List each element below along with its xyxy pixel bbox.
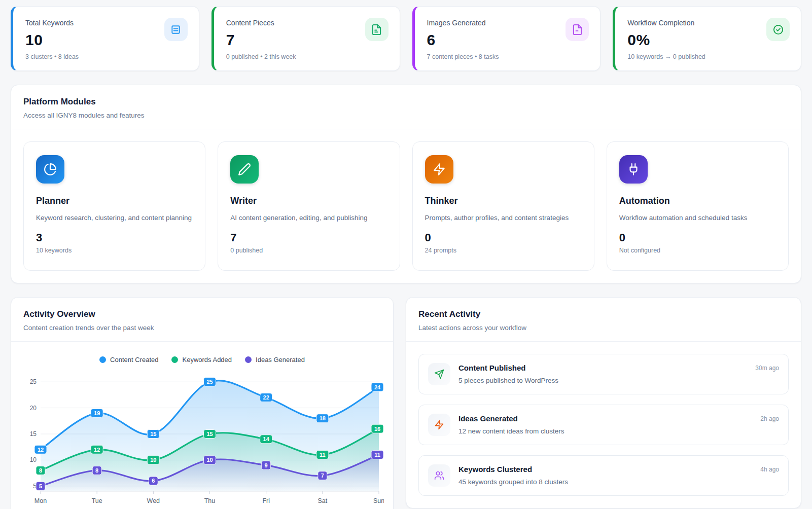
legend-label: Content Created	[110, 356, 158, 363]
svg-text:12: 12	[94, 447, 100, 453]
legend-dot	[171, 356, 178, 363]
stat-value: 0%	[627, 31, 788, 49]
module-value: 3	[36, 231, 193, 244]
activity-timestamp: 2h ago	[760, 414, 779, 422]
stat-label: Content Pieces	[226, 19, 386, 27]
svg-text:15: 15	[150, 431, 156, 437]
pencil-icon	[230, 155, 259, 184]
svg-text:20: 20	[30, 405, 37, 412]
svg-text:Thu: Thu	[204, 497, 216, 504]
stat-subtext: 0 published • 2 this week	[226, 53, 386, 60]
svg-text:18: 18	[320, 415, 326, 421]
activity-line-chart: 510152025MonTueWedThuFriSatSun1219152522…	[21, 369, 384, 508]
dashboard-page: Total Keywords 10 3 clusters • 8 ideas C…	[0, 0, 812, 509]
stat-label: Workflow Completion	[627, 19, 788, 27]
send-icon	[428, 363, 450, 385]
stat-card-content-pieces: Content Pieces 7 0 published • 2 this we…	[211, 6, 400, 71]
chart-legend: Content Created Keywords Added Ideas Gen…	[21, 356, 383, 363]
activity-item-keywords-clustered: Keywords Clustered 45 keywords grouped i…	[418, 455, 789, 496]
module-description: AI content generation, editing, and publ…	[230, 213, 387, 224]
svg-text:Wed: Wed	[147, 497, 160, 504]
svg-text:14: 14	[263, 436, 270, 442]
module-subtext: 0 published	[230, 247, 387, 254]
module-card-automation[interactable]: Automation Workflow automation and sched…	[607, 141, 789, 271]
activity-description: 12 new content ideas from clusters	[458, 427, 752, 435]
svg-text:7: 7	[321, 472, 324, 479]
legend-dot	[99, 356, 106, 363]
stat-subtext: 10 keywords → 0 published	[627, 53, 788, 60]
module-description: Workflow automation and scheduled tasks	[619, 213, 776, 224]
activity-timestamp: 30m ago	[755, 363, 779, 372]
svg-text:Fri: Fri	[262, 497, 270, 504]
panel-subtitle: Access all IGNY8 modules and features	[23, 112, 789, 119]
stat-value: 7	[226, 31, 386, 49]
module-name: Planner	[36, 196, 193, 206]
check-circle-icon	[766, 18, 790, 41]
stat-card-workflow-completion: Workflow Completion 0% 10 keywords → 0 p…	[613, 6, 801, 71]
activity-overview-panel: Activity Overview Content creation trend…	[11, 297, 394, 509]
svg-text:16: 16	[374, 426, 380, 432]
svg-text:6: 6	[152, 478, 155, 484]
activity-overview-header: Activity Overview Content creation trend…	[11, 298, 393, 342]
module-subtext: 24 prompts	[425, 247, 582, 254]
module-card-thinker[interactable]: Thinker Prompts, author profiles, and co…	[412, 141, 594, 271]
recent-activity-header: Recent Activity Latest actions across yo…	[406, 298, 801, 342]
module-name: Automation	[619, 196, 776, 206]
panel-title: Platform Modules	[23, 97, 789, 107]
stat-value: 10	[25, 31, 186, 49]
bottom-row: Activity Overview Content creation trend…	[11, 297, 801, 509]
module-subtext: Not configured	[619, 247, 776, 254]
users-icon	[428, 464, 450, 487]
stat-subtext: 7 content pieces • 8 tasks	[427, 53, 587, 60]
svg-text:25: 25	[206, 379, 213, 385]
legend-label: Ideas Generated	[256, 356, 305, 363]
stat-value: 6	[427, 31, 587, 49]
activity-description: 45 keywords grouped into 8 clusters	[458, 478, 752, 486]
activity-title: Keywords Clustered	[458, 465, 752, 474]
stat-card-total-keywords: Total Keywords 10 3 clusters • 8 ideas	[11, 6, 199, 71]
stat-label: Images Generated	[427, 19, 587, 27]
svg-text:25: 25	[30, 378, 37, 385]
pie-chart-icon	[36, 155, 64, 184]
module-card-writer[interactable]: Writer AI content generation, editing, a…	[218, 141, 400, 271]
platform-modules-panel: Platform Modules Access all IGNY8 module…	[11, 85, 801, 283]
legend-label: Keywords Added	[182, 356, 232, 363]
svg-text:22: 22	[263, 394, 269, 401]
module-value: 7	[230, 231, 387, 244]
modules-grid: Planner Keyword research, clustering, an…	[11, 129, 801, 283]
activity-item-ideas-generated: Ideas Generated 12 new content ideas fro…	[418, 405, 789, 445]
svg-text:12: 12	[38, 447, 44, 453]
module-description: Keyword research, clustering, and conten…	[36, 213, 193, 224]
legend-item-content-created[interactable]: Content Created	[99, 356, 158, 363]
svg-text:Tue: Tue	[92, 497, 102, 504]
svg-text:15: 15	[30, 430, 37, 438]
module-value: 0	[619, 231, 776, 244]
panel-subtitle: Content creation trends over the past we…	[23, 324, 381, 332]
module-name: Thinker	[425, 196, 582, 206]
svg-text:10: 10	[150, 457, 156, 463]
stat-label: Total Keywords	[25, 19, 186, 27]
legend-item-ideas-generated[interactable]: Ideas Generated	[245, 356, 305, 363]
svg-text:Sat: Sat	[317, 497, 327, 504]
list-icon	[164, 18, 188, 41]
svg-text:10: 10	[30, 456, 37, 463]
recent-activity-panel: Recent Activity Latest actions across yo…	[406, 297, 801, 508]
activity-text: Ideas Generated 12 new content ideas fro…	[458, 414, 752, 435]
platform-modules-header: Platform Modules Access all IGNY8 module…	[11, 85, 801, 129]
panel-title: Recent Activity	[418, 309, 789, 319]
module-name: Writer	[230, 196, 387, 206]
zap-icon	[428, 414, 450, 436]
svg-text:11: 11	[374, 452, 380, 458]
svg-text:24: 24	[374, 384, 381, 390]
legend-item-keywords-added[interactable]: Keywords Added	[171, 356, 232, 363]
svg-text:8: 8	[95, 467, 98, 474]
activity-timestamp: 4h ago	[760, 464, 779, 473]
module-card-planner[interactable]: Planner Keyword research, clustering, an…	[23, 141, 205, 271]
svg-text:Sun: Sun	[373, 497, 384, 504]
recent-activity-list: Content Published 5 pieces published to …	[406, 342, 801, 508]
zap-icon	[425, 155, 453, 184]
file-text-icon	[365, 18, 389, 41]
activity-description: 5 pieces published to WordPress	[458, 377, 747, 384]
activity-title: Ideas Generated	[458, 414, 752, 423]
stat-subtext: 3 clusters • 8 ideas	[25, 53, 186, 60]
